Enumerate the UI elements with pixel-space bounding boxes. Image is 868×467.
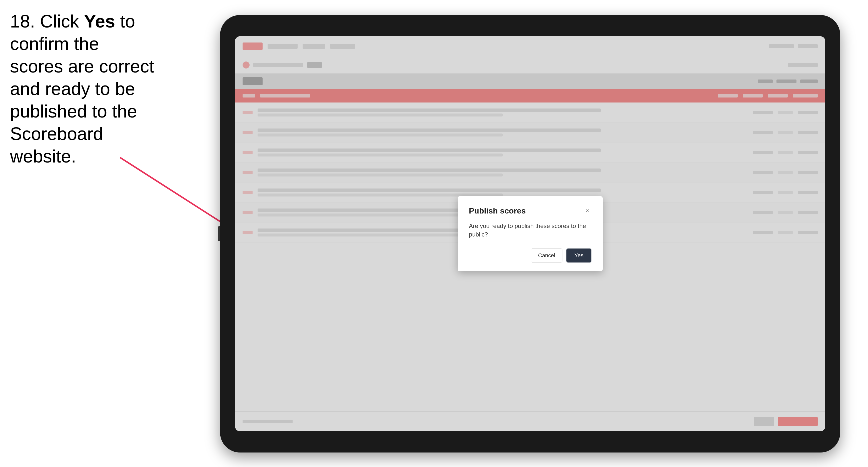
- instruction-bold: Yes: [84, 11, 115, 31]
- cancel-button[interactable]: Cancel: [531, 249, 562, 262]
- tablet-side-button: [218, 226, 220, 241]
- modal-overlay: Publish scores × Are you ready to publis…: [235, 36, 825, 431]
- publish-scores-dialog: Publish scores × Are you ready to publis…: [458, 196, 603, 271]
- dialog-title: Publish scores: [469, 206, 526, 216]
- instruction-text-after: to confirm the scores are correct and re…: [10, 11, 154, 166]
- instruction-text-before: Click: [35, 11, 84, 31]
- dialog-body-text: Are you ready to publish these scores to…: [469, 222, 591, 239]
- instruction-number: 18.: [10, 11, 35, 31]
- dialog-header: Publish scores ×: [469, 206, 591, 216]
- instruction-text: 18. Click Yes to confirm the scores are …: [10, 10, 155, 167]
- tablet-screen: Publish scores × Are you ready to publis…: [235, 36, 825, 431]
- yes-button[interactable]: Yes: [566, 249, 591, 262]
- dialog-close-button[interactable]: ×: [583, 207, 591, 215]
- dialog-footer: Cancel Yes: [469, 249, 591, 262]
- tablet-device: Publish scores × Are you ready to publis…: [220, 15, 840, 453]
